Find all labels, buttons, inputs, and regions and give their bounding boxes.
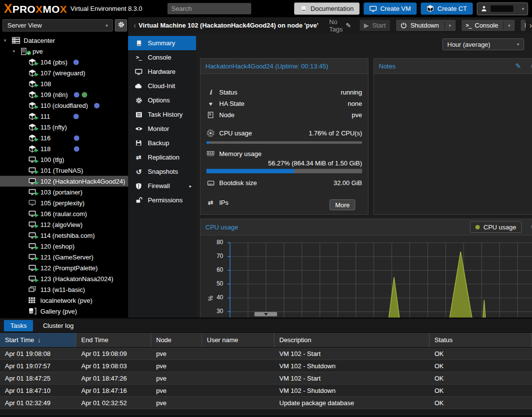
start-button[interactable]: ▶ Start [359,19,391,32]
tree-item-102-hackatonhack4good24[interactable]: 102 (HackatonHack4Good24) [0,176,128,187]
menu-item-snapshots[interactable]: ↺Snapshots [128,164,196,179]
menu-item-firewall[interactable]: Firewall▸ [128,179,196,193]
tree-item-118[interactable]: 118 [0,143,128,154]
column-header-status[interactable]: Status [430,333,532,347]
menu-item-options[interactable]: Options [128,93,196,107]
table-row[interactable]: Apr 01 18:47:25Apr 01 18:47:26pveVM 102 … [0,372,532,385]
tree-item-109-n8n[interactable]: 109 (n8n) [0,89,128,100]
tree-item-pve[interactable]: ▾pve [0,46,128,57]
shutdown-button[interactable]: Shutdown ▾ [396,19,456,32]
column-header-user-name[interactable]: User name [202,333,274,347]
period-selector[interactable]: Hour (average) ▾ [442,38,524,50]
tag-dots [74,135,79,141]
tree-item-label: pve [33,48,43,55]
tree-item-104-pbs[interactable]: 104 (pbs) [0,57,128,67]
tree-item-gallery-pve[interactable]: Gallery (pve) [0,306,128,317]
tab-tasks[interactable]: Tasks [4,320,33,331]
menu-item-summary[interactable]: Summary [128,36,196,50]
menu-item-label: Snapshots [148,168,178,175]
toolbar-overflow-icon[interactable]: › [530,21,532,30]
notes-body [374,74,532,214]
tree-item-114-netshiba-com[interactable]: 114 (netshiba.com) [0,230,128,241]
chevron-down-icon[interactable]: ▾ [449,23,451,28]
table-cell: pve [151,372,202,384]
user-menu[interactable]: ▾ [477,2,528,15]
tree-item-localnetwork-pve[interactable]: localnetwork (pve) [0,295,128,306]
menu-item-label: Replication [148,154,179,161]
console-button[interactable]: >_ Console ▾ [461,19,515,32]
tree-item-100-tfg[interactable]: 100 (tfg) [0,154,128,165]
tree-item-label: Datacenter [24,37,55,44]
running-play-icon [35,255,39,262]
vm-icon [29,264,37,272]
table-row[interactable]: Apr 01 19:07:57Apr 01 19:08:03pveVM 102 … [0,360,532,372]
tree-settings-button[interactable] [115,19,127,32]
tree-item-120-eshop[interactable]: 120 (eshop) [0,241,128,252]
create-ct-button[interactable]: Create CT [421,2,473,15]
tree-item-108[interactable]: 108 [0,78,128,89]
table-cell: pve [151,397,202,409]
proxmox-logo: XPROXMOX [4,1,67,16]
column-header-end-time[interactable]: End Time [76,333,151,347]
edit-notes-icon[interactable]: ✎ [515,62,521,70]
chevron-left-icon[interactable]: ‹ [133,21,136,30]
menu-item-cloud-init[interactable]: Cloud-Init [128,79,196,93]
menu-item-task-history[interactable]: Task History [128,107,196,122]
view-selector[interactable]: Server View ▾ [2,19,113,32]
menu-item-replication[interactable]: ⇄Replication [128,150,196,164]
column-header-start-time[interactable]: Start Time↓ [0,333,76,347]
tree-item-121-gameserver[interactable]: 121 (GameServer) [0,252,128,262]
column-header-description[interactable]: Description [274,333,430,347]
documentation-button[interactable]: Documentation [294,2,359,15]
table-cell: Apr 01 18:47:16 [76,385,151,396]
tree-item-label: 100 (tfg) [40,156,64,163]
axis-tick-label: 70 [206,253,223,259]
menu-item-permissions[interactable]: Permissions [128,193,196,207]
tree-item-116[interactable]: 116 [0,132,128,143]
table-row[interactable]: Apr 01 18:47:10Apr 01 18:47:16pveVM 102 … [0,385,532,397]
tree-item-111[interactable]: 111 [0,111,128,122]
more-button[interactable]: More [330,199,355,210]
vm-icon [29,242,37,251]
menu-item-backup[interactable]: Backup [128,136,196,150]
create-vm-button[interactable]: Create VM [364,2,417,15]
tree-item-122-promptpalette[interactable]: 122 (PromptPalette) [0,262,128,273]
chart-legend[interactable]: CPU usage [470,221,522,233]
chevron-down-icon[interactable]: ▾ [508,23,510,28]
table-cell: Apr 01 18:47:26 [76,372,151,384]
tree-item-101-truenas[interactable]: 101 (TrueNAS) [0,165,128,176]
tree-item-115-nfty[interactable]: 115 (nfty) [0,122,128,132]
username-redacted [491,5,513,12]
tree-item-110-cloudflared[interactable]: 110 (cloudflared) [0,100,128,111]
menu-item-console[interactable]: >_Console [128,50,196,64]
tree-item-105-perplexity[interactable]: 105 (perplexity) [0,197,128,208]
menu-item-monitor[interactable]: Monitor [128,122,196,136]
disk-icon [206,180,215,186]
tree-item-123-hackatonnasa2024[interactable]: 123 (HackatonNasa2024) [0,273,128,284]
tree-item-113-w11-basic[interactable]: 113 (w11-basic) [0,284,128,295]
expander-icon[interactable]: ▾ [13,49,18,54]
bootdisk-value: 32.00 GiB [333,179,362,187]
search-input[interactable] [167,3,251,14]
scroll-down-handle[interactable] [254,312,277,317]
tab-cluster-log[interactable]: Cluster log [43,322,73,329]
tree-item-112-algoview[interactable]: 112 (algoView) [0,219,128,230]
tree-item-106-raular-com[interactable]: 106 (raular.com) [0,208,128,219]
tree-item-107-wireguard[interactable]: 107 (wireguard) [0,67,128,78]
expander-icon[interactable]: ▾ [4,38,9,43]
menu-item-hardware[interactable]: Hardware [128,64,196,79]
column-header-node[interactable]: Node [151,333,202,347]
tree-item-label: 105 (perplexity) [40,199,85,207]
gear-icon [134,97,143,104]
table-row[interactable]: Apr 01 02:32:49Apr 01 02:32:52pveUpdate … [0,397,532,409]
tree-item-datacenter[interactable]: ▾Datacenter [0,35,128,46]
network-icon [29,296,37,305]
more-menu-button[interactable]: Mo [520,19,526,32]
menu-item-label: Task History [148,111,183,118]
edit-tags-icon[interactable]: ✎ [346,22,351,29]
tree-item-103-portainer[interactable]: 103 (portainer) [0,187,128,197]
cpu-usage-panel: CPU usage CPU usage 807060504030% [200,219,532,318]
table-row[interactable]: Apr 01 19:08:08Apr 01 19:08:09pveVM 102 … [0,348,532,360]
notes-panel-header: Notes ✎ [374,59,532,74]
memory-usage-value: 56.27% (864.34 MiB of 1.50 GiB) [200,160,368,168]
